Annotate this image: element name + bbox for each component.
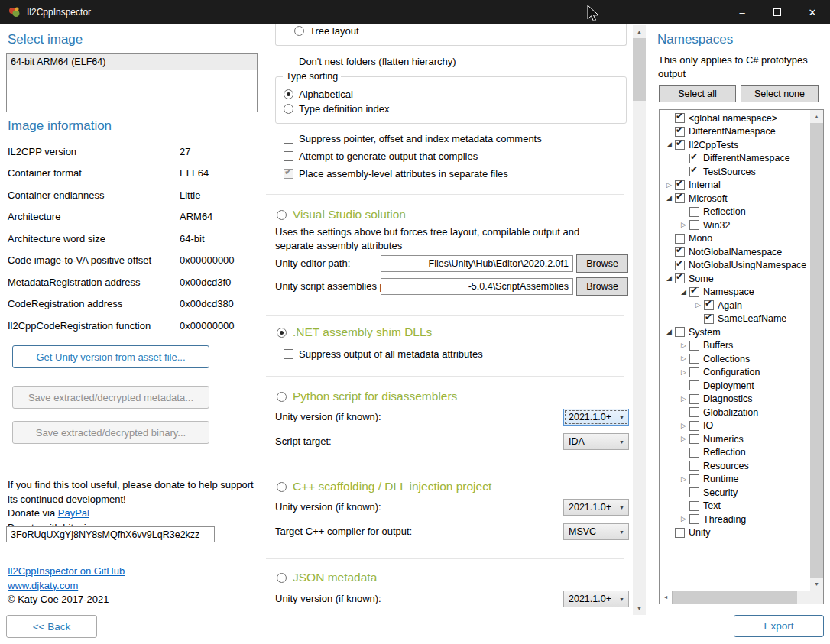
suppress-metadata-option[interactable]: ✔ Suppress output of all metadata attrib… [284,348,483,360]
expand-icon[interactable]: ▷ [678,514,689,524]
tree-item[interactable]: ◢✔Some [660,272,810,286]
tree-item[interactable]: ✔DifferentNamespace [660,125,810,139]
tree-item[interactable]: ▷✔Numerics [660,432,810,446]
tree-item[interactable]: ✔Reflection [660,446,810,460]
option-checkbox-row[interactable]: ✔Place assembly-level attributes in sepa… [284,167,542,180]
tree-checkbox[interactable]: ✔ [689,220,699,230]
script-assemblies-field[interactable]: -5.0.4\ScriptAssemblies [381,278,573,295]
tree-checkbox[interactable]: ✔ [675,113,685,123]
tree-item-label[interactable]: Numerics [703,434,744,445]
expand-icon[interactable]: ▷ [678,367,689,377]
tree-item-label[interactable]: TestSources [703,167,756,177]
scroll-down-icon[interactable]: ▼ [810,578,823,591]
tree-item[interactable]: ✔Security [660,486,810,500]
tree-item[interactable]: ✔SameLeafName [660,312,810,326]
tree-item-label[interactable]: Deployment [703,380,754,391]
tree-item-label[interactable]: Buffers [703,340,733,351]
collapse-icon[interactable]: ◢ [663,273,675,283]
tree-item[interactable]: ▷✔IO [660,419,810,433]
vs-radio[interactable] [277,210,287,220]
tree-item[interactable]: ◢✔Il2CppTests [660,138,810,152]
tree-item-label[interactable]: Il2CppTests [689,140,738,150]
json-radio[interactable] [277,573,287,583]
flatten-checkbox[interactable]: ✔ [284,57,293,66]
tree-item-label[interactable]: Text [703,500,721,511]
tree-checkbox[interactable]: ✔ [675,140,685,150]
tree-item[interactable]: ▷✔Win32 [660,218,810,232]
radio-button[interactable] [284,89,293,99]
tree-item[interactable]: ✔<global namespace> [660,112,810,125]
bitcoin-address-field[interactable]: 3FoRUqUXgYj8NY8sMQfhX6vv9LqR3e2kzz [6,526,215,542]
tree-checkbox[interactable]: ✔ [675,273,685,283]
tree-item-label[interactable]: Mono [689,233,712,244]
github-link[interactable]: Il2CppInspector on GitHub [8,565,125,577]
tree-checkbox[interactable]: ✔ [689,501,699,511]
json-unity-version-combo[interactable]: 2021.1.0+ ▼ [563,591,629,607]
tree-checkbox[interactable]: ✔ [689,487,699,497]
minimize-button[interactable]: – [725,0,760,24]
tree-item[interactable]: ▷✔Internal [660,179,810,193]
checkbox-label[interactable]: Suppress pointer, offset and index metad… [299,133,542,144]
tree-item-label[interactable]: Threading [703,514,746,525]
shim-dlls-title[interactable]: .NET assembly shim DLLs [293,325,432,339]
type-sorting-option[interactable]: Alphabetical [284,87,390,102]
option-checkbox-row[interactable]: ✔Attempt to generate output that compile… [284,150,542,163]
tree-item[interactable]: ✔DifferentNamespace [660,152,810,166]
checkbox[interactable]: ✔ [284,134,293,144]
website-link[interactable]: www.djkaty.com [8,580,78,591]
image-list-item[interactable]: 64-bit ARM64 (ELF64) [7,54,257,70]
scrollbar-thumb[interactable] [810,123,823,578]
tree-checkbox[interactable]: ✔ [689,394,699,404]
tree-item[interactable]: ▷✔Diagnostics [660,393,810,406]
tree-item[interactable]: ✔NotGlobalNamespace [660,245,810,259]
python-radio[interactable] [277,392,287,402]
scrollbar-thumb[interactable] [673,591,797,604]
json-metadata-title[interactable]: JSON metadata [293,571,377,584]
expand-icon[interactable]: ▷ [678,341,689,351]
tree-checkbox[interactable]: ✔ [689,434,699,444]
tree-item-label[interactable]: Security [703,487,738,498]
option-checkbox-row[interactable]: ✔Suppress pointer, offset and index meta… [284,132,542,145]
tree-item[interactable]: ◢✔System [660,325,810,339]
tree-item[interactable]: ▷✔Again [660,299,810,312]
tree-checkbox[interactable]: ✔ [675,180,685,190]
type-sorting-option[interactable]: Type definition index [284,102,390,116]
select-all-button[interactable]: Select all [659,85,736,102]
tree-item-label[interactable]: DifferentNamespace [689,126,776,137]
radio-label[interactable]: Alphabetical [299,89,353,100]
suppress-meta-checkbox[interactable]: ✔ [284,349,293,359]
tree-item[interactable]: ✔TestSources [660,165,810,179]
python-script-title[interactable]: Python script for disassemblers [293,390,457,403]
collapse-icon[interactable]: ◢ [678,287,689,297]
tree-checkbox[interactable]: ✔ [689,448,699,458]
close-button[interactable]: ✕ [795,0,830,24]
expand-icon[interactable]: ▷ [663,180,675,190]
checkbox[interactable]: ✔ [284,151,293,161]
tree-checkbox[interactable]: ✔ [675,528,685,538]
tree-item-label[interactable]: SameLeafName [718,313,786,324]
cpp-unity-version-combo[interactable]: 2021.1.0+ ▼ [563,499,629,516]
image-list[interactable]: 64-bit ARM64 (ELF64) [6,53,258,112]
tree-item-label[interactable]: Namespace [703,286,754,297]
tree-checkbox[interactable]: ✔ [689,367,699,377]
tree-item[interactable]: ✔Text [660,500,810,513]
tree-checkbox[interactable]: ✔ [689,514,699,524]
cpp-radio[interactable] [277,482,287,492]
paypal-link[interactable]: PayPal [58,507,89,519]
expand-icon[interactable]: ▷ [678,354,689,364]
tree-checkbox[interactable]: ✔ [675,127,685,137]
tree-item[interactable]: ◢✔Namespace [660,286,810,299]
tree-checkbox[interactable]: ✔ [704,300,714,310]
tree-item[interactable]: ▷✔Runtime [660,473,810,487]
cpp-compiler-combo[interactable]: MSVC ▼ [563,523,629,540]
tree-item-label[interactable]: Unity [689,527,710,538]
tree-item[interactable]: ▷✔Threading [660,513,810,526]
expand-icon[interactable]: ▷ [678,434,689,444]
tree-item-label[interactable]: NotGlobalUsingNamespace [689,260,806,270]
tree-item-label[interactable]: Runtime [703,474,739,484]
flatten-option[interactable]: ✔ Don't nest folders (flatten hierarchy) [284,56,456,67]
shim-dlls-option[interactable]: .NET assembly shim DLLs [277,324,432,341]
tree-item[interactable]: ✔Deployment [660,379,810,393]
tree-item-label[interactable]: Collections [703,354,750,364]
checkbox-label[interactable]: Place assembly-level attributes in separ… [299,168,508,180]
